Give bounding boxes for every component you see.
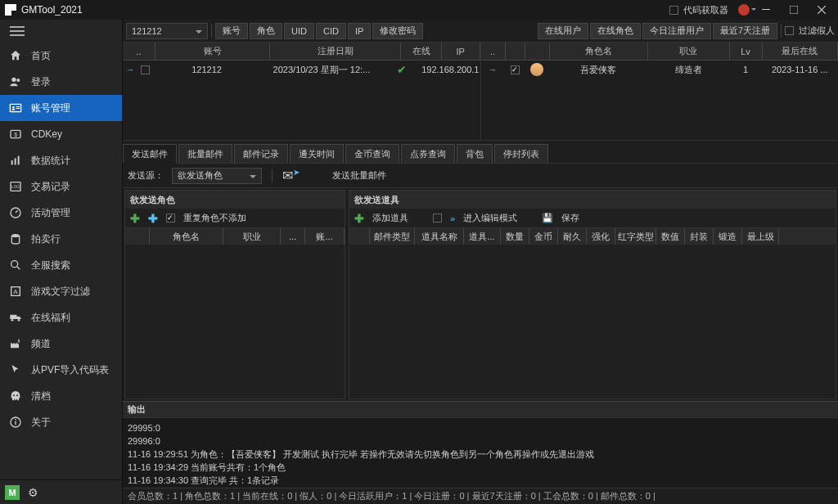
- filter-btn-0[interactable]: 账号: [215, 23, 248, 39]
- role-col-3[interactable]: ...: [281, 228, 305, 245]
- output-header: 输出: [123, 401, 838, 417]
- sidebar-item-9[interactable]: A游戏文字过滤: [0, 278, 122, 304]
- char-col-last[interactable]: 最后在线: [763, 43, 839, 60]
- sidebar-item-5[interactable]: LOG交易记录: [0, 173, 122, 200]
- sidebar-item-0[interactable]: 首页: [0, 43, 122, 69]
- svg-point-16: [11, 234, 19, 237]
- char-col-job[interactable]: 职业: [648, 43, 730, 60]
- item-col-4[interactable]: 数量: [501, 228, 529, 245]
- item-col-3[interactable]: 道具...: [464, 228, 501, 245]
- add-item-label[interactable]: 添加道具: [372, 212, 408, 224]
- tab-4[interactable]: 金币查询: [345, 144, 399, 163]
- item-col-10[interactable]: 封装: [685, 228, 714, 245]
- close-button[interactable]: [810, 2, 833, 18]
- chart-icon: [8, 153, 23, 168]
- role-col-1[interactable]: 角色名: [150, 228, 223, 245]
- char-col-chk[interactable]: [506, 43, 525, 60]
- filter-btn-3[interactable]: CID: [316, 23, 346, 39]
- tab-2[interactable]: 邮件记录: [234, 144, 288, 163]
- acct-col-ip[interactable]: IP: [442, 43, 480, 60]
- sidebar-item-4[interactable]: 数据统计: [0, 147, 122, 173]
- filter-right-btn-2[interactable]: 今日注册用户: [642, 23, 711, 39]
- sidebar-item-12[interactable]: 从PVF导入代码表: [0, 357, 122, 383]
- tab-1[interactable]: 批量邮件: [178, 144, 232, 163]
- sidebar-item-3[interactable]: $CDKey: [0, 121, 122, 147]
- record-indicator-icon[interactable]: [738, 4, 750, 16]
- search-combo[interactable]: 121212: [126, 23, 208, 39]
- add-item-button[interactable]: ✚: [354, 212, 364, 225]
- sidebar-item-6[interactable]: 活动管理: [0, 200, 122, 226]
- add-role-alt-button[interactable]: ✚: [148, 212, 158, 225]
- char-col-lv[interactable]: Lv: [730, 43, 763, 60]
- send-source-combo[interactable]: 欲发送角色: [172, 168, 262, 184]
- role-col-0[interactable]: [125, 228, 150, 245]
- sidebar-item-8[interactable]: 全服搜索: [0, 252, 122, 278]
- item-col-8[interactable]: 红字类型: [615, 228, 656, 245]
- item-col-6[interactable]: 耐久: [558, 228, 587, 245]
- tab-5[interactable]: 点券查询: [401, 144, 455, 163]
- svg-rect-6: [16, 106, 20, 107]
- maximize-button[interactable]: [782, 2, 805, 18]
- acct-col-sel[interactable]: ..: [123, 43, 155, 60]
- role-col-4[interactable]: 账...: [305, 228, 345, 245]
- item-col-2[interactable]: 道具名称: [415, 228, 464, 245]
- char-col-avatar[interactable]: [525, 43, 550, 60]
- filter-btn-5[interactable]: 修改密码: [372, 23, 423, 39]
- code-getter-checkbox[interactable]: [669, 6, 678, 15]
- output-log[interactable]: 29995:029996:011-16 19:29:51 为角色：【吾爱侠客】 …: [123, 417, 838, 488]
- item-col-0[interactable]: [349, 228, 370, 245]
- tab-3[interactable]: 通关时间: [290, 144, 344, 163]
- item-col-1[interactable]: 邮件类型: [370, 228, 415, 245]
- sidebar-item-11[interactable]: 频道: [0, 331, 122, 357]
- sidebar-item-10[interactable]: 在线福利: [0, 304, 122, 331]
- sidebar-item-label: 在线福利: [31, 311, 70, 325]
- item-col-7[interactable]: 强化: [587, 228, 615, 245]
- sidebar-item-7[interactable]: 拍卖行: [0, 226, 122, 252]
- filter-right-btn-0[interactable]: 在线用户: [538, 23, 588, 39]
- filter-btn-2[interactable]: UID: [284, 23, 314, 39]
- item-col-12[interactable]: 最上级: [742, 228, 779, 245]
- cell-char-job: 缔造者: [648, 64, 730, 76]
- add-role-button[interactable]: ✚: [130, 212, 140, 225]
- save-button[interactable]: 保存: [561, 212, 579, 224]
- acct-col-account[interactable]: 账号: [155, 43, 270, 60]
- tab-6[interactable]: 背包: [457, 144, 493, 163]
- sidebar-item-13[interactable]: 清档: [0, 383, 122, 409]
- minimize-button[interactable]: [755, 2, 777, 18]
- sidebar-item-1[interactable]: 登录: [0, 69, 122, 95]
- dup-checkbox[interactable]: [166, 214, 175, 223]
- sidebar-item-2[interactable]: 账号管理: [0, 95, 122, 121]
- filter-bar: 121212 账号角色UIDCIDIP修改密码 在线用户在线角色今日注册用户最近…: [123, 20, 838, 43]
- acct-col-online[interactable]: 在线: [401, 43, 442, 60]
- item-col-9[interactable]: 数值: [656, 228, 685, 245]
- hamburger-button[interactable]: [0, 20, 122, 43]
- char-col-sel[interactable]: ..: [481, 43, 506, 60]
- edit-mode-checkbox[interactable]: [433, 214, 442, 223]
- edit-mode-label[interactable]: 进入编辑模式: [463, 212, 517, 224]
- role-col-2[interactable]: 职业: [223, 228, 281, 245]
- filter-right-btn-1[interactable]: 在线角色: [590, 23, 641, 39]
- send-bulk-button[interactable]: 发送批量邮件: [332, 169, 386, 182]
- filter-right-btn-3[interactable]: 最近7天注册: [713, 23, 777, 39]
- avatar-icon: [530, 63, 543, 76]
- m-badge[interactable]: M: [5, 485, 20, 500]
- row-checkbox[interactable]: [511, 65, 520, 74]
- tab-7[interactable]: 停封列表: [494, 144, 548, 163]
- acct-col-regdate[interactable]: 注册日期: [270, 43, 401, 60]
- row-checkbox[interactable]: [141, 65, 150, 74]
- item-col-5[interactable]: 金币: [529, 228, 558, 245]
- account-row[interactable]: → 121212 2023/10/23 星期一 12:... ✔ 192.168…: [123, 61, 480, 79]
- character-row[interactable]: → 吾爱侠客 缔造者 1 2023-11-16 ...: [481, 61, 839, 79]
- filter-btn-1[interactable]: 角色: [250, 23, 282, 39]
- sidebar-item-label: 从PVF导入代码表: [31, 363, 109, 377]
- tab-0[interactable]: 发送邮件: [123, 144, 177, 164]
- dollar-icon: $: [8, 127, 23, 142]
- gear-icon[interactable]: ⚙: [28, 486, 38, 499]
- content-area: 121212 账号角色UIDCIDIP修改密码 在线用户在线角色今日注册用户最近…: [123, 20, 838, 504]
- char-col-name[interactable]: 角色名: [550, 43, 648, 60]
- item-col-11[interactable]: 锻造: [714, 228, 742, 245]
- filter-fake-checkbox[interactable]: [785, 26, 794, 35]
- sidebar-item-label: CDKey: [31, 128, 62, 140]
- filter-btn-4[interactable]: IP: [348, 23, 371, 39]
- sidebar-item-14[interactable]: 关于: [0, 409, 122, 435]
